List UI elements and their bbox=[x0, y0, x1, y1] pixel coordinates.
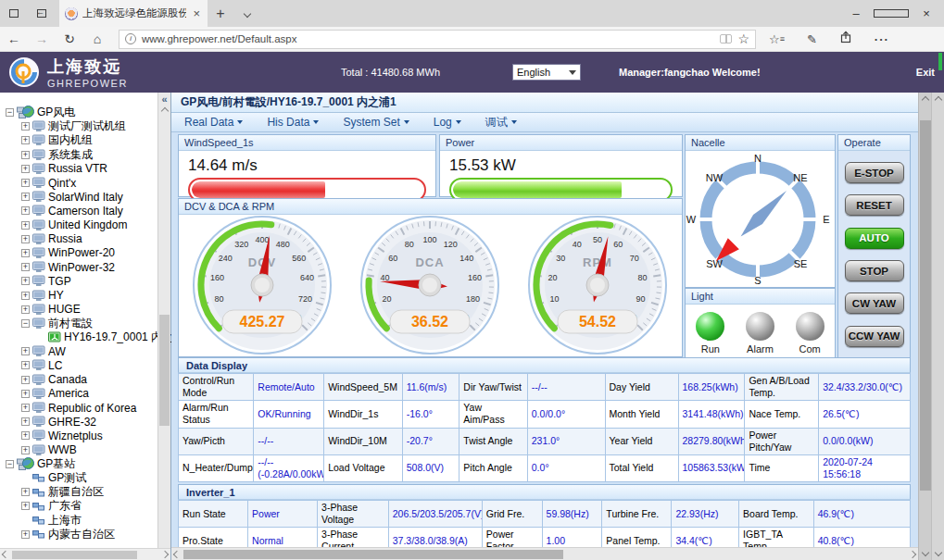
expand-plus-icon[interactable]: + bbox=[21, 404, 30, 412]
sidebar-item[interactable]: +广东省 bbox=[0, 499, 157, 513]
reset-button[interactable]: RESET bbox=[845, 194, 904, 216]
browser-vertical-scrollbar[interactable] bbox=[931, 93, 944, 560]
refresh-icon[interactable]: ↻ bbox=[56, 31, 83, 46]
favorites-hub-icon[interactable]: ☆≡ bbox=[769, 32, 785, 46]
main-horizontal-scrollbar[interactable] bbox=[171, 547, 918, 560]
sidebar-item[interactable]: +America bbox=[0, 387, 157, 401]
expand-plus-icon[interactable]: + bbox=[21, 179, 30, 187]
exit-link[interactable]: Exit bbox=[916, 67, 935, 78]
collapse-minus-icon[interactable]: − bbox=[6, 460, 14, 468]
sidebar-item-selected[interactable]: HY16-19.7_0001 内之 bbox=[0, 330, 157, 344]
expand-plus-icon[interactable]: + bbox=[21, 361, 30, 369]
new-tab-button[interactable]: + bbox=[208, 0, 233, 27]
expand-plus-icon[interactable]: + bbox=[21, 502, 30, 510]
set-aside-tabs-icon[interactable] bbox=[0, 0, 28, 27]
site-info-icon[interactable]: i bbox=[125, 33, 136, 44]
expand-plus-icon[interactable]: + bbox=[21, 263, 30, 271]
sidebar-item[interactable]: +Canada bbox=[0, 373, 157, 387]
sidebar-item[interactable]: +WinPower-32 bbox=[0, 260, 157, 274]
expand-plus-icon[interactable]: + bbox=[21, 431, 30, 440]
expand-plus-icon[interactable]: + bbox=[21, 206, 30, 215]
expand-plus-icon[interactable]: + bbox=[21, 151, 30, 159]
scroll-left-icon[interactable] bbox=[171, 549, 183, 560]
sidebar-item[interactable]: −前村電設 bbox=[0, 317, 157, 330]
menu-his-data[interactable]: His Data bbox=[267, 116, 319, 129]
sidebar-item[interactable]: +Camerson Italy bbox=[0, 204, 157, 218]
sidebar-item[interactable]: +AW bbox=[0, 344, 157, 358]
more-menu-icon[interactable]: ··· bbox=[875, 32, 889, 46]
scroll-right-icon[interactable] bbox=[159, 549, 170, 560]
content-vertical-scrollbar[interactable] bbox=[918, 93, 931, 560]
scrollbar-thumb[interactable] bbox=[159, 315, 170, 426]
expand-plus-icon[interactable]: + bbox=[21, 122, 30, 131]
scroll-up-icon[interactable] bbox=[920, 94, 931, 106]
scrollbar-thumb[interactable] bbox=[920, 120, 931, 491]
scroll-up-icon[interactable] bbox=[159, 106, 170, 117]
sidebar-item[interactable]: +SolarWind Italy bbox=[0, 190, 157, 204]
address-bar[interactable]: i www.ghrepower.net/Default.aspx ☆ bbox=[119, 30, 756, 49]
sidebar-collapse-icon[interactable]: « bbox=[158, 93, 170, 105]
expand-plus-icon[interactable]: + bbox=[21, 235, 30, 243]
sidebar-item[interactable]: +国内机组 bbox=[0, 133, 157, 147]
forward-icon[interactable]: → bbox=[28, 31, 56, 46]
cw-yaw-button[interactable]: CW YAW bbox=[845, 292, 904, 314]
sidebar-item[interactable]: −GP风电 bbox=[0, 106, 157, 119]
reading-view-icon[interactable] bbox=[720, 34, 732, 44]
expand-plus-icon[interactable]: + bbox=[21, 305, 30, 314]
expand-plus-icon[interactable]: + bbox=[21, 488, 30, 496]
e-stop-button[interactable]: E-STOP bbox=[845, 162, 904, 183]
expand-plus-icon[interactable]: + bbox=[21, 277, 30, 285]
sidebar-item[interactable]: +HUGE bbox=[0, 303, 157, 317]
scroll-down-icon[interactable] bbox=[933, 547, 944, 558]
expand-plus-icon[interactable]: + bbox=[21, 417, 30, 426]
menu-log[interactable]: Log bbox=[434, 116, 461, 129]
show-tab-previews-icon[interactable] bbox=[28, 0, 56, 27]
home-icon[interactable]: ⌂ bbox=[83, 31, 111, 46]
window-close-button[interactable]: × bbox=[909, 0, 944, 27]
ccw-yaw-button[interactable]: CCW YAW bbox=[845, 326, 904, 347]
menu-real-data[interactable]: Real Data bbox=[184, 116, 243, 129]
web-note-pen-icon[interactable]: ✎ bbox=[807, 32, 817, 46]
scroll-right-icon[interactable] bbox=[907, 549, 918, 560]
expand-plus-icon[interactable]: + bbox=[21, 193, 30, 201]
sidebar-item[interactable]: +Qint'x bbox=[0, 176, 157, 190]
menu-调试[interactable]: 调试 bbox=[485, 115, 517, 131]
expand-plus-icon[interactable]: + bbox=[21, 376, 30, 384]
sidebar-item[interactable]: +United Kingdom bbox=[0, 218, 157, 232]
expand-plus-icon[interactable]: + bbox=[21, 136, 30, 144]
sidebar-item[interactable]: +Russia bbox=[0, 232, 157, 246]
sidebar-item[interactable]: +WinPower-20 bbox=[0, 246, 157, 260]
scrollbar-thumb[interactable] bbox=[12, 551, 137, 559]
sidebar-item[interactable]: 上海市 bbox=[0, 513, 157, 527]
sidebar-item[interactable]: GP测试 bbox=[0, 471, 157, 485]
sidebar-item[interactable]: +GHRE-32 bbox=[0, 415, 157, 429]
sidebar-item[interactable]: +Russia VTR bbox=[0, 162, 157, 176]
add-favorite-star-icon[interactable]: ☆ bbox=[737, 31, 749, 46]
sidebar-item[interactable]: +内蒙古自治区 bbox=[0, 528, 157, 541]
window-minimize-button[interactable]: – bbox=[838, 0, 874, 27]
language-select[interactable]: English bbox=[512, 64, 581, 81]
expand-plus-icon[interactable]: + bbox=[21, 530, 30, 539]
sidebar-vertical-scrollbar[interactable]: « bbox=[157, 93, 170, 548]
stop-button[interactable]: STOP bbox=[845, 260, 904, 281]
tab-list-chevron-icon[interactable] bbox=[233, 0, 261, 27]
menu-system-set[interactable]: System Set bbox=[343, 116, 409, 129]
expand-plus-icon[interactable]: + bbox=[21, 165, 30, 173]
sidebar-item[interactable]: +WWB bbox=[0, 443, 157, 457]
sidebar-item[interactable]: +测试厂测试机组 bbox=[0, 119, 157, 133]
scroll-down-icon[interactable] bbox=[920, 547, 931, 558]
url-text[interactable]: www.ghrepower.net/Default.aspx bbox=[142, 33, 714, 44]
window-restore-button[interactable] bbox=[874, 0, 909, 27]
back-icon[interactable]: ← bbox=[0, 31, 28, 46]
expand-plus-icon[interactable]: + bbox=[21, 292, 30, 300]
sidebar-item[interactable]: +新疆自治区 bbox=[0, 485, 157, 499]
expand-plus-icon[interactable]: + bbox=[21, 221, 30, 230]
sidebar-item[interactable]: +LC bbox=[0, 358, 157, 372]
sidebar-item[interactable]: +HY bbox=[0, 288, 157, 302]
expand-plus-icon[interactable]: + bbox=[21, 347, 30, 355]
browser-tab[interactable]: 上海致远绿色能源股份有 × bbox=[59, 0, 208, 27]
scrollbar-thumb[interactable] bbox=[183, 550, 563, 559]
sidebar-horizontal-scrollbar[interactable] bbox=[0, 548, 170, 560]
share-icon[interactable] bbox=[839, 31, 852, 47]
expand-plus-icon[interactable]: + bbox=[21, 390, 30, 398]
